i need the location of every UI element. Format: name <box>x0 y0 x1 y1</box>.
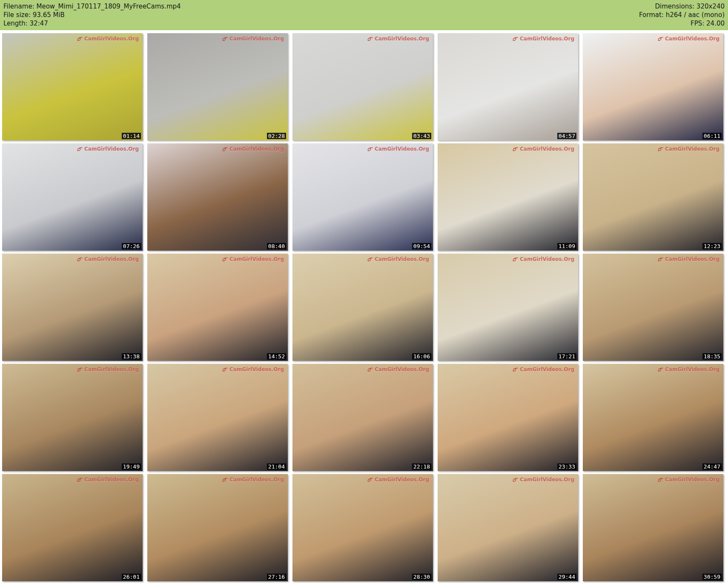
watermark-logo-icon <box>658 37 664 41</box>
timestamp-label: 14:52 <box>267 353 286 360</box>
watermark-logo-icon <box>513 367 519 372</box>
watermark-logo-icon <box>513 477 519 482</box>
watermark-text: CamGirlVideos.Org <box>375 36 429 42</box>
watermark-logo-icon <box>222 147 229 151</box>
timestamp-label: 22:18 <box>412 463 431 470</box>
watermark: CamGirlVideos.Org <box>513 366 574 372</box>
watermark-text: CamGirlVideos.Org <box>84 256 139 262</box>
timestamp-label: 03:43 <box>412 133 431 139</box>
watermark-logo-icon <box>77 477 83 482</box>
video-thumbnail: CamGirlVideos.Org 02:28 <box>147 33 288 140</box>
timestamp-label: 08:40 <box>267 243 286 249</box>
watermark: CamGirlVideos.Org <box>658 366 719 372</box>
watermark-text: CamGirlVideos.Org <box>665 477 719 483</box>
watermark-text: CamGirlVideos.Org <box>665 366 719 372</box>
media-info-left: Filename: Meow_Mimi_170117_1809_MyFreeCa… <box>3 2 181 28</box>
media-info-header: Filename: Meow_Mimi_170117_1809_MyFreeCa… <box>0 0 728 30</box>
video-thumbnail: CamGirlVideos.Org 28:30 <box>292 474 433 581</box>
watermark-logo-icon <box>658 367 664 372</box>
watermark: CamGirlVideos.Org <box>513 146 574 152</box>
watermark: CamGirlVideos.Org <box>77 146 139 152</box>
watermark: CamGirlVideos.Org <box>367 477 429 483</box>
video-thumbnail: CamGirlVideos.Org 04:57 <box>438 33 578 140</box>
watermark-text: CamGirlVideos.Org <box>375 146 429 152</box>
watermark-logo-icon <box>222 477 229 482</box>
watermark-logo-icon <box>77 367 83 372</box>
watermark-text: CamGirlVideos.Org <box>229 477 284 483</box>
video-thumbnail: CamGirlVideos.Org 26:01 <box>2 474 143 581</box>
watermark-logo-icon <box>77 257 83 262</box>
watermark-text: CamGirlVideos.Org <box>520 256 574 262</box>
watermark-text: CamGirlVideos.Org <box>375 256 429 262</box>
watermark: CamGirlVideos.Org <box>367 366 429 372</box>
watermark-text: CamGirlVideos.Org <box>375 366 429 372</box>
video-thumbnail: CamGirlVideos.Org 07:26 <box>2 143 143 251</box>
watermark: CamGirlVideos.Org <box>222 36 284 42</box>
video-thumbnail: CamGirlVideos.Org 16:06 <box>292 254 433 361</box>
watermark: CamGirlVideos.Org <box>77 256 139 262</box>
video-thumbnail: CamGirlVideos.Org 30:59 <box>583 474 723 581</box>
timestamp-label: 13:38 <box>122 353 141 360</box>
watermark-logo-icon <box>658 147 664 151</box>
watermark-text: CamGirlVideos.Org <box>665 36 719 42</box>
watermark-text: CamGirlVideos.Org <box>375 477 429 483</box>
watermark: CamGirlVideos.Org <box>77 477 139 483</box>
watermark-text: CamGirlVideos.Org <box>520 146 574 152</box>
video-thumbnail: CamGirlVideos.Org 27:16 <box>147 474 288 581</box>
timestamp-label: 27:16 <box>267 574 286 580</box>
timestamp-label: 11:09 <box>557 243 576 249</box>
timestamp-label: 04:57 <box>557 133 576 139</box>
timestamp-label: 28:30 <box>412 574 431 580</box>
watermark-text: CamGirlVideos.Org <box>665 146 719 152</box>
video-thumbnail: CamGirlVideos.Org 14:52 <box>147 254 288 361</box>
watermark-logo-icon <box>222 37 229 41</box>
timestamp-label: 21:04 <box>267 463 286 470</box>
filename-line: Filename: Meow_Mimi_170117_1809_MyFreeCa… <box>3 2 181 11</box>
watermark: CamGirlVideos.Org <box>658 146 719 152</box>
watermark: CamGirlVideos.Org <box>513 477 574 483</box>
timestamp-label: 09:54 <box>412 243 431 249</box>
watermark: CamGirlVideos.Org <box>222 477 284 483</box>
watermark-text: CamGirlVideos.Org <box>229 256 284 262</box>
watermark-text: CamGirlVideos.Org <box>520 477 574 483</box>
watermark: CamGirlVideos.Org <box>367 36 429 42</box>
video-thumbnail: CamGirlVideos.Org 19:49 <box>2 364 143 471</box>
watermark: CamGirlVideos.Org <box>222 146 284 152</box>
watermark-logo-icon <box>77 147 83 151</box>
video-thumbnail: CamGirlVideos.Org 06:11 <box>583 33 723 140</box>
watermark: CamGirlVideos.Org <box>658 256 719 262</box>
video-thumbnail: CamGirlVideos.Org 12:23 <box>583 143 723 251</box>
fps-line: FPS: 24.00 <box>639 19 725 28</box>
watermark: CamGirlVideos.Org <box>658 477 719 483</box>
timestamp-label: 24:47 <box>702 463 722 470</box>
watermark-text: CamGirlVideos.Org <box>665 256 719 262</box>
watermark: CamGirlVideos.Org <box>77 366 139 372</box>
watermark-logo-icon <box>367 257 374 262</box>
timestamp-label: 30:59 <box>702 574 722 580</box>
timestamp-label: 29:44 <box>557 574 576 580</box>
video-thumbnail: CamGirlVideos.Org 22:18 <box>292 364 433 471</box>
format-line: Format: h264 / aac (mono) <box>639 11 725 19</box>
video-thumbnail: CamGirlVideos.Org 18:35 <box>583 254 723 361</box>
watermark-text: CamGirlVideos.Org <box>84 477 139 483</box>
timestamp-label: 17:21 <box>557 353 576 360</box>
watermark: CamGirlVideos.Org <box>222 366 284 372</box>
watermark-text: CamGirlVideos.Org <box>229 36 284 42</box>
timestamp-label: 23:33 <box>557 463 576 470</box>
watermark-logo-icon <box>513 37 519 41</box>
video-thumbnail: CamGirlVideos.Org 24:47 <box>583 364 723 471</box>
video-thumbnail: CamGirlVideos.Org 17:21 <box>438 254 578 361</box>
watermark-logo-icon <box>658 257 664 262</box>
timestamp-label: 26:01 <box>122 574 141 580</box>
watermark: CamGirlVideos.Org <box>513 256 574 262</box>
video-thumbnail: CamGirlVideos.Org 21:04 <box>147 364 288 471</box>
watermark: CamGirlVideos.Org <box>513 36 574 42</box>
watermark-text: CamGirlVideos.Org <box>229 366 284 372</box>
video-thumbnail: CamGirlVideos.Org 11:09 <box>438 143 578 251</box>
watermark-text: CamGirlVideos.Org <box>520 366 574 372</box>
watermark-logo-icon <box>513 147 519 151</box>
timestamp-label: 01:14 <box>122 133 141 139</box>
watermark-text: CamGirlVideos.Org <box>84 146 139 152</box>
video-thumbnail: CamGirlVideos.Org 03:43 <box>292 33 433 140</box>
filesize-line: File size: 93.65 MiB <box>3 11 181 19</box>
